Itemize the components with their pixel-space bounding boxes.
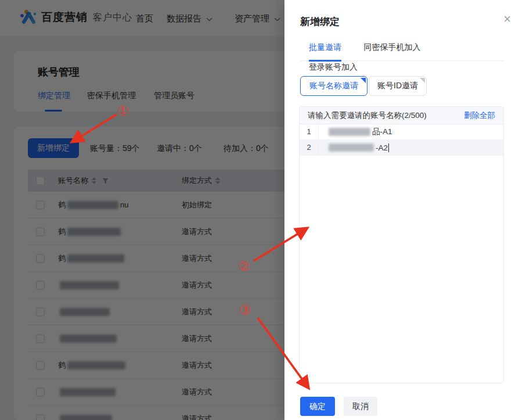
close-icon[interactable]: × [503, 13, 511, 26]
text-cursor [388, 143, 389, 152]
subtab-invite-by-id[interactable]: 账号ID邀请 [369, 76, 427, 96]
row-number: 2 [300, 140, 319, 155]
delete-all-link[interactable]: 删除全部 [464, 110, 495, 121]
row-number: 1 [300, 124, 319, 139]
corner-fold-icon [420, 78, 425, 83]
invite-list-header: 请输入需要邀请的账号名称(2/500) 删除全部 [300, 107, 503, 124]
tab-same-security-phone[interactable]: 同密保手机加入 [363, 42, 420, 60]
invite-name-list[interactable]: 请输入需要邀请的账号名称(2/500) 删除全部 1 品-A1 2 -A2 [299, 106, 504, 383]
subtab-invite-by-name[interactable]: 账号名称邀请 [300, 76, 367, 96]
invite-name-fragment: -A2 [376, 143, 388, 152]
screen: 百度营销 客户中心 首页 数据报告 资产管理 账号管理 绑定管理 密保手机管理 … [0, 0, 519, 420]
invite-name-fragment: 品-A1 [372, 127, 392, 137]
redacted-text [329, 143, 374, 152]
confirm-button[interactable]: 确定 [300, 397, 335, 416]
drawer-title: 新增绑定 [300, 15, 340, 28]
redacted-text [329, 128, 370, 136]
tab-batch-invite[interactable]: 批量邀请 [309, 42, 341, 62]
cancel-button[interactable]: 取消 [344, 397, 377, 416]
invite-list-row[interactable]: 2 -A2 [300, 140, 503, 156]
invite-list-row[interactable]: 1 品-A1 [300, 124, 503, 140]
add-binding-drawer: 新增绑定 × 批量邀请 同密保手机加入 登录账号加入 账号名称邀请 账号ID邀请… [284, 0, 519, 420]
invite-list-hint: 请输入需要邀请的账号名称(2/500) [308, 110, 427, 121]
subtab-label: 账号ID邀请 [369, 77, 426, 95]
corner-fold-icon [361, 78, 366, 83]
subtab-label: 账号名称邀请 [301, 77, 367, 95]
drawer-tabs: 批量邀请 同密保手机加入 登录账号加入 [300, 42, 504, 61]
